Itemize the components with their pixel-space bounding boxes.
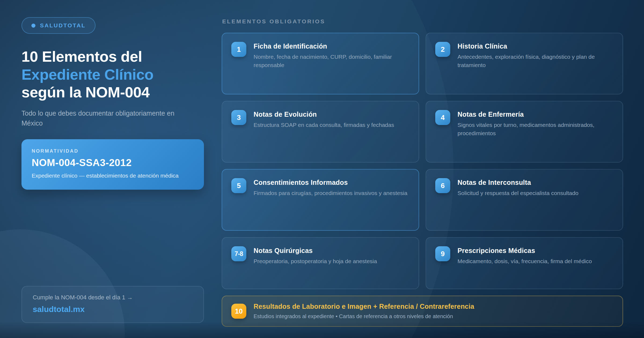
- element-card-body: Notas de Evolución Estructura SOAP en ca…: [254, 110, 394, 129]
- element-description: Antecedentes, exploración física, diagnó…: [458, 53, 613, 69]
- right-column: ELEMENTOS OBLIGATORIOS 1 Ficha de Identi…: [222, 17, 623, 323]
- element-card-body: Historia Clínica Antecedentes, exploraci…: [458, 42, 613, 69]
- element-number-badge: 7-8: [231, 246, 246, 261]
- element-number-badge: 5: [231, 178, 246, 193]
- element-description: Estudios integrados al expediente • Cart…: [254, 313, 474, 321]
- brand-badge: SALUDTOTAL: [21, 17, 96, 34]
- element-card: 10 Resultados de Laboratorio e Imagen + …: [222, 296, 623, 327]
- element-title: Prescripciones Médicas: [458, 247, 592, 255]
- normativity-title: NOM-004-SSA3-2012: [32, 157, 194, 168]
- cta-text: Cumple la NOM-004 desde el día 1 →: [33, 294, 193, 301]
- element-title: Consentimientos Informados: [254, 179, 407, 186]
- element-number-badge: 4: [435, 110, 450, 125]
- element-card: 7-8 Notas Quirúrgicas Preoperatoria, pos…: [222, 237, 419, 289]
- title-line-2-accent: Expediente Clínico: [21, 66, 204, 84]
- title-line-1: 10 Elementos del: [21, 48, 204, 66]
- element-card-body: Ficha de Identificación Nombre, fecha de…: [254, 42, 409, 69]
- left-column: SALUDTOTAL 10 Elementos del Expediente C…: [21, 17, 204, 323]
- site-link[interactable]: saludtotal.mx: [33, 305, 193, 314]
- element-description: Estructura SOAP en cada consulta, firmad…: [254, 121, 394, 129]
- element-number-badge: 9: [435, 246, 450, 261]
- normativity-description: Expediente clínico — establecimientos de…: [32, 172, 182, 179]
- element-card: 4 Notas de Enfermería Signos vitales por…: [426, 101, 623, 163]
- cta-card: Cumple la NOM-004 desde el día 1 → salud…: [21, 286, 204, 323]
- element-description: Firmados para cirugías, procedimientos i…: [254, 189, 407, 197]
- elements-grid: 1 Ficha de Identificación Nombre, fecha …: [222, 33, 623, 327]
- element-card-body: Notas de Interconsulta Solicitud y respu…: [458, 178, 579, 197]
- brand-label: SALUDTOTAL: [40, 22, 86, 29]
- element-description: Signos vitales por turno, medicamentos a…: [458, 121, 613, 137]
- element-card: 1 Ficha de Identificación Nombre, fecha …: [222, 33, 419, 94]
- brand-dot-icon: [31, 24, 35, 28]
- element-description: Medicamento, dosis, vía, frecuencia, fir…: [458, 257, 592, 265]
- element-card-body: Prescripciones Médicas Medicamento, dosi…: [458, 246, 592, 265]
- section-heading: ELEMENTOS OBLIGATORIOS: [222, 18, 623, 25]
- element-card-body: Notas de Enfermería Signos vitales por t…: [458, 110, 613, 137]
- page: SALUDTOTAL 10 Elementos del Expediente C…: [0, 0, 644, 338]
- element-card: 3 Notas de Evolución Estructura SOAP en …: [222, 101, 419, 163]
- element-card: 6 Notas de Interconsulta Solicitud y res…: [426, 169, 623, 231]
- element-card-body: Resultados de Laboratorio e Imagen + Ref…: [254, 302, 474, 321]
- element-title: Notas de Evolución: [254, 111, 394, 118]
- page-subtitle: Todo lo que debes documentar obligatoria…: [21, 108, 204, 128]
- element-card-body: Notas Quirúrgicas Preoperatoria, postope…: [254, 246, 377, 265]
- element-description: Nombre, fecha de nacimiento, CURP, domic…: [254, 53, 409, 69]
- element-card: 5 Consentimientos Informados Firmados pa…: [222, 169, 419, 231]
- element-number-badge: 1: [231, 42, 246, 57]
- element-description: Solicitud y respuesta del especialista c…: [458, 189, 579, 197]
- element-title: Ficha de Identificación: [254, 42, 409, 50]
- element-card-body: Consentimientos Informados Firmados para…: [254, 178, 407, 197]
- left-spacer: [21, 190, 204, 286]
- element-number-badge: 10: [231, 304, 246, 319]
- element-card: 9 Prescripciones Médicas Medicamento, do…: [426, 237, 623, 289]
- element-description: Preoperatoria, postoperatoria y hoja de …: [254, 257, 377, 265]
- element-number-badge: 3: [231, 110, 246, 125]
- element-card: 2 Historia Clínica Antecedentes, explora…: [426, 33, 623, 94]
- element-title: Notas de Interconsulta: [458, 179, 579, 186]
- element-title: Historia Clínica: [458, 42, 613, 50]
- element-title: Resultados de Laboratorio e Imagen + Ref…: [254, 303, 474, 310]
- element-number-badge: 6: [435, 178, 450, 193]
- normativity-label: NORMATIVIDAD: [32, 148, 194, 154]
- element-title: Notas de Enfermería: [458, 111, 613, 118]
- page-title: 10 Elementos del Expediente Clínico segú…: [21, 48, 204, 101]
- normativity-card: NORMATIVIDAD NOM-004-SSA3-2012 Expedient…: [21, 139, 204, 190]
- title-line-3: según la NOM-004: [21, 83, 204, 101]
- element-title: Notas Quirúrgicas: [254, 247, 377, 255]
- element-number-badge: 2: [435, 42, 450, 57]
